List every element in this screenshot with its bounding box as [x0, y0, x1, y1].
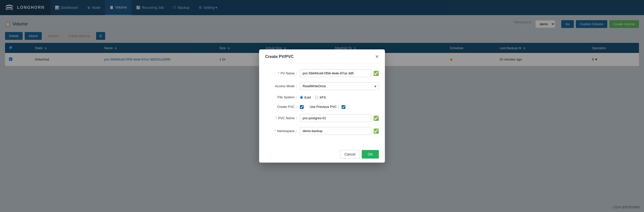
access-mode-label: Access Mode： — [265, 84, 298, 88]
access-mode-select[interactable]: ReadWriteOnce ReadOnlyMany ReadWriteMany — [300, 82, 379, 90]
xfs-radio[interactable] — [315, 96, 318, 99]
create-pvc-option[interactable] — [300, 105, 304, 109]
modal-overlay[interactable]: Create PV/PVC ✕ * PV Name： ✅ Access Mode… — [0, 0, 644, 212]
use-prev-pvc-checkbox[interactable] — [342, 105, 345, 109]
ok-button[interactable]: OK — [362, 150, 379, 159]
namespace-valid-icon: ✅ — [373, 128, 379, 134]
access-mode-select-wrapper[interactable]: ReadWriteOnce ReadOnlyMany ReadWriteMany — [300, 82, 379, 90]
modal-footer: Cancel OK — [259, 146, 385, 163]
ext4-option[interactable]: Ext4 — [300, 96, 311, 99]
use-prev-pvc-option[interactable]: Use Previous PVC： — [310, 105, 345, 109]
xfs-option[interactable]: XFS — [315, 96, 326, 99]
create-pv-pvc-modal: Create PV/PVC ✕ * PV Name： ✅ Access Mode… — [259, 49, 385, 163]
file-system-label: File System： — [265, 95, 298, 100]
access-mode-row: Access Mode： ReadWriteOnce ReadOnlyMany … — [265, 82, 379, 90]
pv-name-input[interactable] — [300, 69, 371, 77]
create-pvc-checkbox[interactable] — [300, 105, 304, 109]
modal-header: Create PV/PVC ✕ — [259, 49, 385, 63]
pv-name-valid-icon: ✅ — [373, 71, 379, 76]
namespace-row: * Namespace： ✅ — [265, 127, 379, 135]
cancel-button[interactable]: Cancel — [340, 150, 360, 159]
pvc-name-row: * PVC Name： ✅ — [265, 114, 379, 122]
modal-close-button[interactable]: ✕ — [375, 54, 379, 59]
pvc-name-input[interactable] — [300, 114, 371, 122]
namespace-input[interactable] — [300, 127, 371, 135]
ext4-radio[interactable] — [300, 96, 303, 99]
file-system-row: File System： Ext4 XFS — [265, 95, 379, 100]
file-system-radio-group: Ext4 XFS — [300, 96, 379, 99]
pvc-name-label: * PVC Name： — [265, 116, 298, 120]
create-pvc-label: Create PVC： — [265, 105, 298, 109]
pv-name-label: * PV Name： — [265, 71, 298, 76]
modal-namespace-label: * Namespace： — [265, 129, 298, 133]
pvc-options-row: Create PVC： Use Previous PVC： — [265, 105, 379, 109]
pv-name-row: * PV Name： ✅ — [265, 69, 379, 77]
pvc-checkbox-group: Use Previous PVC： — [300, 105, 379, 109]
pvc-name-valid-icon: ✅ — [373, 115, 379, 121]
modal-title: Create PV/PVC — [265, 54, 294, 59]
modal-body: * PV Name： ✅ Access Mode： ReadWriteOnce … — [259, 63, 385, 146]
